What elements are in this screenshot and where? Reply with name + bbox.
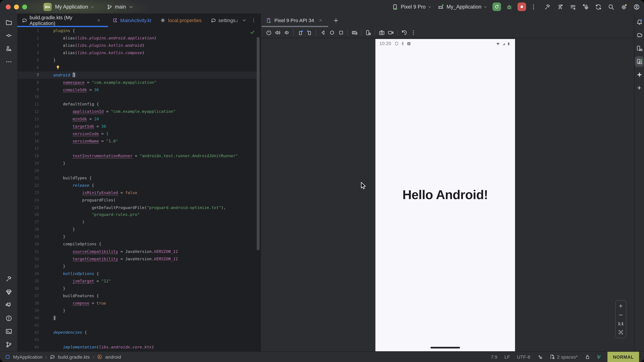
unlock-icon[interactable]	[585, 354, 590, 360]
zoom-in-button[interactable]	[618, 303, 624, 309]
minimize-window-button[interactable]	[14, 4, 19, 9]
tool-window-button-gemini[interactable]	[635, 69, 644, 80]
tool-window-button-airplane[interactable]: ✈	[635, 82, 644, 93]
add-device-button[interactable]	[333, 17, 338, 23]
tool-window-button-version-control[interactable]	[2, 339, 15, 350]
vim-mode-badge[interactable]: NORMAL	[608, 352, 639, 362]
close-icon[interactable]	[96, 18, 101, 23]
ideavim-icon[interactable]: V	[597, 354, 600, 360]
stop-button[interactable]	[518, 2, 526, 11]
breadcrumb-project[interactable]: MyApplication	[13, 355, 42, 359]
screenshot-icon[interactable]	[378, 29, 385, 35]
more-vert-icon[interactable]	[410, 29, 416, 35]
run-configuration-selector[interactable]: My_Application	[438, 3, 488, 10]
snapshot-reset-icon[interactable]	[401, 29, 407, 35]
maximize-window-button[interactable]	[22, 4, 27, 9]
tool-window-button-commit[interactable]	[2, 30, 15, 41]
home-icon[interactable]	[329, 29, 335, 35]
sync-project-icon[interactable]	[595, 3, 602, 10]
tool-window-button-terminal[interactable]	[2, 326, 15, 337]
code-line-41: 41	[17, 322, 260, 329]
code-line-33: 33 }	[17, 263, 260, 270]
breadcrumb-file[interactable]: build.gradle.kts	[58, 355, 90, 359]
caret-position[interactable]: 7:9	[491, 355, 498, 359]
power-icon[interactable]	[266, 29, 272, 35]
tab-build-gradle-kts[interactable]: build.gradle.kts (My Application)	[17, 13, 108, 27]
apply-changes-icon[interactable]	[557, 3, 564, 10]
line-number: 22	[17, 182, 39, 189]
tab-pixel-9-pro-api-34[interactable]: Pixel 9 Pro API 34	[261, 13, 329, 27]
breadcrumb-element[interactable]: android	[105, 355, 121, 359]
rotate-right-icon[interactable]	[306, 29, 312, 35]
chevron-down-icon	[128, 4, 134, 9]
editor-scrollbar[interactable]	[257, 37, 260, 250]
more-actions-button[interactable]	[530, 3, 537, 10]
line-number: 2	[17, 34, 39, 42]
structure-icon	[5, 45, 12, 52]
right-tool-stripe: ✈	[634, 13, 644, 352]
hidden-tabs-chevron-icon[interactable]	[242, 17, 247, 23]
debug-button[interactable]	[506, 3, 512, 10]
tool-window-button-structure[interactable]	[2, 43, 15, 54]
chevron-down-icon	[483, 5, 487, 9]
search-everywhere-icon[interactable]	[608, 3, 614, 10]
line-number: 6	[17, 64, 39, 71]
keyboard-icon[interactable]	[351, 29, 358, 35]
profiler-icon[interactable]	[570, 3, 576, 10]
file-encoding[interactable]: UTF-8	[517, 355, 530, 359]
indent-style[interactable]: 2 spaces*	[550, 354, 578, 360]
screen-record-icon[interactable]	[388, 29, 394, 35]
rotate-left-icon[interactable]	[297, 29, 304, 35]
tool-window-button-app-quality-insights[interactable]	[2, 286, 15, 297]
intention-bulb-icon[interactable]	[56, 65, 60, 69]
left-stripe-bottom	[2, 272, 15, 352]
back-icon[interactable]	[320, 29, 326, 35]
tab-settings-gradle[interactable]: settings.g	[206, 13, 238, 27]
build-icon[interactable]	[544, 3, 551, 10]
volume-up-icon[interactable]	[274, 29, 281, 35]
toolbar-separator	[293, 29, 294, 35]
rerun-button[interactable]	[492, 2, 501, 11]
fit-screen-button[interactable]	[618, 330, 624, 335]
editor-area[interactable]: build.gradle.kts (My Application) MainAc…	[17, 13, 260, 352]
settings-icon[interactable]	[620, 3, 627, 10]
device-settings-icon[interactable]	[365, 29, 371, 35]
branch-selector[interactable]: main	[107, 4, 134, 9]
tool-window-button-logcat[interactable]	[2, 300, 15, 310]
project-selector[interactable]: My Application	[55, 4, 88, 9]
ai-assistant-off-icon[interactable]	[537, 354, 543, 360]
tab-options-icon[interactable]	[251, 17, 256, 23]
notifications-icon	[636, 19, 642, 25]
tool-window-button-problems[interactable]	[2, 313, 15, 324]
device-selector[interactable]: Pixel 9 Pro	[392, 3, 432, 10]
close-window-button[interactable]	[6, 4, 10, 9]
gesture-navigation-handle[interactable]	[430, 347, 460, 349]
line-number: 20	[17, 167, 39, 174]
overview-icon[interactable]	[338, 29, 344, 35]
tool-window-button-build-hammer[interactable]	[2, 273, 15, 284]
tool-window-button-notifications[interactable]	[635, 17, 644, 27]
close-icon[interactable]	[318, 18, 323, 23]
line-text: }	[53, 160, 65, 167]
profile-account-icon[interactable]	[633, 3, 640, 10]
line-number: 12	[17, 108, 39, 115]
device-screen[interactable]: 10:20 A Hello Android!	[375, 39, 515, 352]
tool-window-button-project[interactable]	[2, 17, 15, 27]
attach-debugger-icon[interactable]	[582, 3, 589, 10]
tool-window-button-running-devices[interactable]	[635, 56, 644, 67]
line-number: 28	[17, 226, 39, 233]
device-selector-label: Pixel 9 Pro	[401, 4, 426, 9]
zoom-out-button[interactable]	[618, 312, 624, 318]
tab-mainactivity-kt[interactable]: MainActivity.kt	[108, 13, 156, 27]
tab-local-properties[interactable]: local.properties	[156, 13, 206, 27]
tool-window-button-more-tool-windows[interactable]	[2, 56, 15, 67]
line-ending[interactable]: LF	[504, 355, 510, 359]
inspections-ok-icon[interactable]	[250, 29, 255, 35]
tool-window-button-gradle-tool[interactable]	[635, 30, 644, 41]
line-text: alias(libs.plugins.kotlin.android)	[53, 42, 144, 49]
zoom-actual-size-button[interactable]: 1:1	[618, 322, 624, 326]
tool-window-button-device-manager[interactable]	[635, 43, 644, 54]
volume-down-icon[interactable]	[284, 29, 290, 35]
line-text: dependencies {	[53, 329, 87, 336]
code-viewport[interactable]: 1plugins {2 alias(libs.plugins.android.a…	[17, 27, 260, 352]
